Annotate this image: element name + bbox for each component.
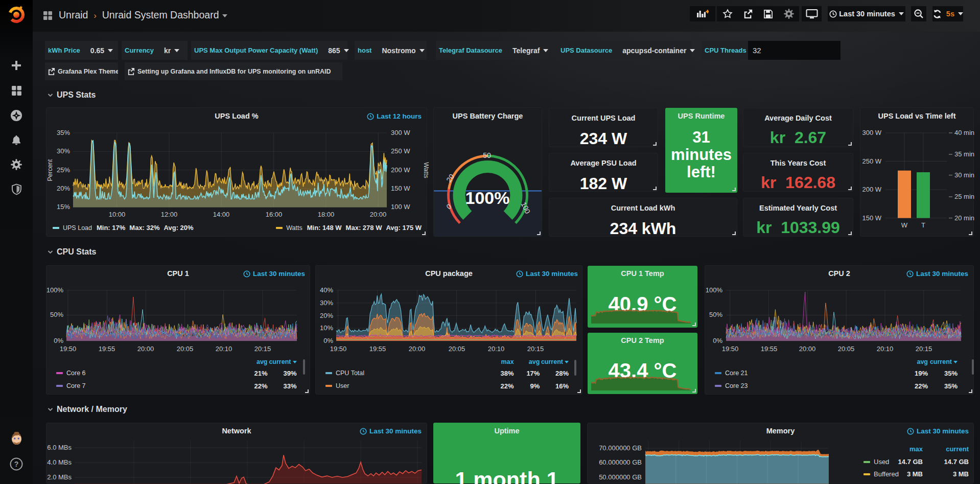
svg-text:?: ? [14, 460, 19, 468]
